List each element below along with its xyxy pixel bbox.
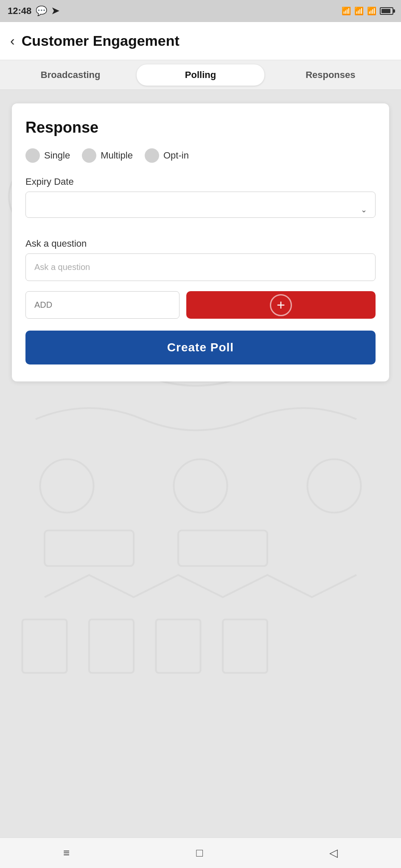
svg-rect-12 bbox=[178, 531, 267, 566]
svg-rect-15 bbox=[156, 620, 201, 673]
radio-label-optin: Opt-in bbox=[163, 150, 189, 161]
signal-icon: 📶 bbox=[367, 6, 376, 16]
bottom-nav: ≡ □ ◁ bbox=[0, 837, 401, 868]
svg-rect-11 bbox=[45, 531, 134, 566]
create-poll-button[interactable]: Create Poll bbox=[25, 331, 376, 364]
radio-multiple[interactable]: Multiple bbox=[82, 148, 133, 163]
svg-point-10 bbox=[308, 459, 361, 513]
status-left: 12:48 💬 ➤ bbox=[8, 6, 59, 17]
wifi-icon: 📶 bbox=[354, 6, 364, 16]
status-time: 12:48 bbox=[8, 6, 31, 17]
home-icon[interactable]: □ bbox=[188, 842, 211, 864]
svg-rect-13 bbox=[22, 620, 67, 673]
tab-broadcasting[interactable]: Broadcasting bbox=[7, 64, 134, 86]
bluetooth-icon: 📶 bbox=[342, 6, 351, 16]
tab-bar: Broadcasting Polling Responses bbox=[0, 60, 401, 90]
battery-icon bbox=[380, 7, 393, 15]
back-nav-icon[interactable]: ◁ bbox=[321, 842, 346, 864]
ask-question-input[interactable] bbox=[25, 253, 376, 281]
menu-icon[interactable]: ≡ bbox=[55, 842, 78, 864]
add-input[interactable] bbox=[25, 291, 179, 319]
response-card: Response Single Multiple Opt-in Expiry D… bbox=[12, 103, 389, 381]
radio-group: Single Multiple Opt-in bbox=[25, 148, 376, 163]
status-right: 📶 📶 📶 bbox=[342, 6, 393, 16]
radio-optin[interactable]: Opt-in bbox=[145, 148, 189, 163]
expiry-date-select[interactable] bbox=[25, 192, 376, 218]
svg-point-8 bbox=[40, 459, 94, 513]
whatsapp-icon: 💬 bbox=[36, 6, 47, 17]
radio-label-multiple: Multiple bbox=[101, 150, 133, 161]
send-icon: ➤ bbox=[51, 6, 59, 17]
radio-label-single: Single bbox=[44, 150, 70, 161]
main-content: Response Single Multiple Opt-in Expiry D… bbox=[0, 90, 401, 837]
radio-single[interactable]: Single bbox=[25, 148, 70, 163]
card-title: Response bbox=[25, 119, 376, 136]
status-bar: 12:48 💬 ➤ 📶 📶 📶 bbox=[0, 0, 401, 22]
back-button[interactable]: ‹ bbox=[10, 33, 15, 49]
battery-fill bbox=[381, 9, 390, 13]
radio-circle-optin bbox=[145, 148, 159, 163]
page-title: Customer Engagement bbox=[22, 33, 179, 49]
radio-circle-multiple bbox=[82, 148, 96, 163]
plus-icon: + bbox=[270, 294, 292, 316]
svg-rect-14 bbox=[89, 620, 134, 673]
expiry-date-wrapper: ⌄ bbox=[25, 192, 376, 228]
add-row: + bbox=[25, 291, 376, 319]
ask-question-label: Ask a question bbox=[25, 238, 376, 249]
expiry-date-label: Expiry Date bbox=[25, 176, 376, 187]
tab-responses[interactable]: Responses bbox=[267, 64, 394, 86]
tab-polling[interactable]: Polling bbox=[137, 64, 264, 86]
add-plus-button[interactable]: + bbox=[186, 291, 376, 319]
radio-circle-single bbox=[25, 148, 40, 163]
header: ‹ Customer Engagement bbox=[0, 22, 401, 60]
svg-rect-16 bbox=[223, 620, 267, 673]
svg-point-9 bbox=[174, 459, 227, 513]
